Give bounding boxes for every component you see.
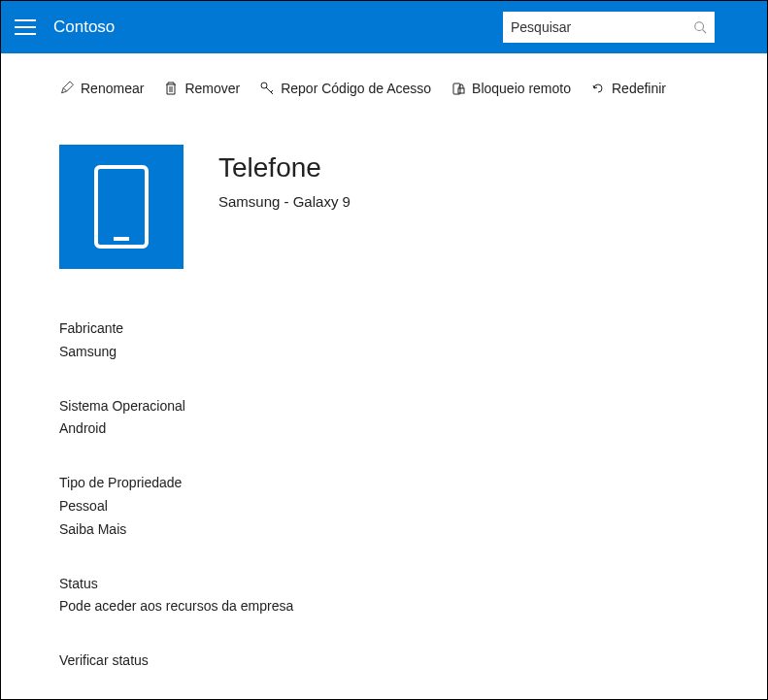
search-input[interactable]: [511, 19, 693, 35]
os-value: Android: [59, 417, 709, 441]
os-block: Sistema Operacional Android: [59, 395, 709, 442]
svg-rect-5: [96, 167, 147, 247]
pencil-icon: [59, 81, 75, 96]
status-value: Pode aceder aos recursos da empresa: [59, 595, 709, 618]
learn-more-link[interactable]: Saiba Mais: [59, 518, 709, 542]
key-icon: [259, 81, 275, 96]
os-label: Sistema Operacional: [59, 395, 709, 418]
device-model: Samsung - Galaxy 9: [218, 193, 351, 210]
lock-icon: [451, 81, 466, 96]
svg-rect-4: [458, 88, 464, 93]
remote-lock-label: Bloqueio remoto: [472, 81, 571, 96]
top-bar: Contoso: [1, 1, 767, 53]
ownership-label: Tipo de Propriedade: [59, 472, 709, 495]
reset-label: Redefinir: [612, 81, 666, 96]
app-title: Contoso: [53, 17, 115, 37]
manufacturer-value: Samsung: [59, 341, 709, 364]
remove-label: Remover: [184, 81, 240, 96]
check-status-block: Verificar status: [59, 650, 709, 673]
reset-passcode-label: Repor Código de Acesso: [281, 81, 431, 96]
check-status-link[interactable]: Verificar status: [59, 650, 709, 673]
hamburger-menu-icon[interactable]: [15, 17, 36, 38]
device-info: Telefone Samsung - Galaxy 9: [218, 145, 351, 210]
remote-lock-button[interactable]: Bloqueio remoto: [451, 81, 571, 96]
reset-icon: [590, 81, 606, 96]
status-label: Status: [59, 573, 709, 596]
remove-button[interactable]: Remover: [163, 81, 240, 96]
device-details: Fabricante Samsung Sistema Operacional A…: [1, 288, 767, 673]
manufacturer-label: Fabricante: [59, 317, 709, 341]
ownership-block: Tipo de Propriedade Pessoal Saiba Mais: [59, 472, 709, 541]
device-header: Telefone Samsung - Galaxy 9: [1, 106, 767, 288]
device-tile-icon: [59, 145, 184, 269]
action-bar: Renomear Remover Repor Código de Acesso …: [1, 53, 767, 106]
rename-label: Renomear: [81, 81, 144, 96]
svg-point-0: [695, 22, 704, 31]
search-box[interactable]: [503, 12, 715, 43]
rename-button[interactable]: Renomear: [59, 81, 144, 96]
manufacturer-block: Fabricante Samsung: [59, 317, 709, 364]
search-icon: [693, 20, 707, 34]
trash-icon: [163, 81, 179, 96]
svg-line-1: [703, 30, 707, 34]
phone-icon: [92, 163, 150, 250]
status-block: Status Pode aceder aos recursos da empre…: [59, 573, 709, 619]
reset-button[interactable]: Redefinir: [590, 81, 666, 96]
ownership-value: Pessoal: [59, 495, 709, 518]
reset-passcode-button[interactable]: Repor Código de Acesso: [259, 81, 431, 96]
device-title: Telefone: [218, 152, 351, 183]
